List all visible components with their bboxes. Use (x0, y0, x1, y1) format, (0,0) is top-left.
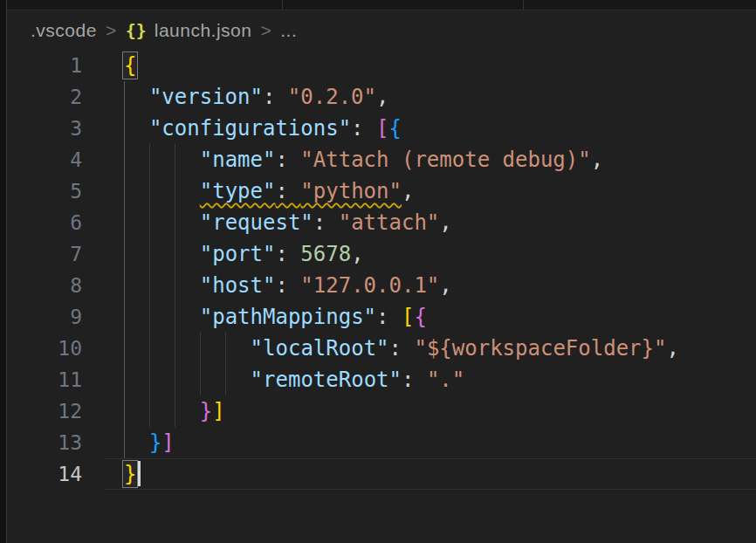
code-token: , (402, 179, 414, 203)
tab-bar (0, 0, 756, 10)
code-line[interactable]: 10"localRoot": "${workspaceFolder}", (0, 333, 756, 364)
indent-guide (175, 333, 175, 364)
code-token: "host" (200, 273, 276, 298)
code-token: 5678 (300, 242, 351, 266)
code-token: : (313, 210, 339, 235)
code-token: { (388, 116, 401, 141)
code-line[interactable]: 8"host": "127.0.0.1", (0, 270, 756, 301)
code-token: : (351, 116, 376, 141)
indent-guide (124, 175, 125, 207)
indent-guide (149, 270, 150, 301)
breadcrumb-folder[interactable]: .vscode (31, 20, 97, 41)
indent-guide (149, 207, 150, 238)
code-token: "python" (300, 179, 402, 203)
indent-guide (175, 175, 175, 207)
indent-guide (124, 81, 125, 113)
indent-guide (200, 333, 201, 364)
breadcrumb: .vscode > {} launch.json > ... (0, 10, 756, 50)
line-number[interactable]: 4 (0, 144, 82, 175)
code-text: "host": "127.0.0.1", (200, 270, 452, 301)
chevron-right-icon: > (260, 20, 271, 41)
line-number[interactable]: 10 (0, 333, 82, 364)
code-text: "pathMappings": [{ (200, 301, 427, 333)
text-cursor (138, 461, 141, 486)
indent-guide (175, 144, 175, 175)
current-line-highlight (104, 458, 756, 490)
code-token: "localRoot" (251, 336, 389, 361)
line-number[interactable]: 1 (0, 50, 82, 81)
line-number[interactable]: 12 (0, 395, 82, 427)
code-token: , (439, 210, 451, 235)
indent-guide (149, 175, 150, 207)
code-line[interactable]: 14} (0, 458, 756, 490)
code-token: : (275, 242, 300, 266)
line-number[interactable]: 2 (0, 81, 82, 113)
indent-guide (124, 301, 125, 333)
code-line[interactable]: 5"type": "python", (0, 175, 756, 207)
code-token: "pathMappings" (200, 305, 376, 329)
indent-guide (225, 333, 226, 364)
indent-guide (124, 270, 125, 301)
code-token: "port" (200, 242, 276, 266)
line-number[interactable]: 3 (0, 113, 82, 144)
code-line[interactable]: 12}] (0, 395, 756, 427)
code-token: "127.0.0.1" (300, 273, 439, 298)
line-number[interactable]: 8 (0, 270, 82, 301)
code-text: { (124, 50, 136, 81)
code-token: , (376, 85, 388, 109)
code-text: "type": "python", (200, 175, 415, 207)
code-line[interactable]: 11"remoteRoot": "." (0, 364, 756, 395)
code-token: [ (402, 305, 414, 329)
line-number[interactable]: 14 (0, 458, 82, 490)
code-line[interactable]: 2"version": "0.2.0", (0, 81, 756, 113)
matched-bracket: { (124, 53, 136, 78)
line-number[interactable]: 7 (0, 238, 82, 270)
code-token: ] (162, 430, 174, 455)
code-text: }] (200, 395, 225, 427)
indent-guide (124, 395, 125, 427)
indent-guide (175, 207, 175, 238)
code-line[interactable]: 7"port": 5678, (0, 238, 756, 270)
code-line[interactable]: 6"request": "attach", (0, 207, 756, 238)
tab-divider (282, 0, 283, 10)
line-number[interactable]: 9 (0, 301, 82, 333)
indent-guide (175, 238, 175, 270)
code-token: : (402, 368, 427, 392)
code-token: "attach" (339, 210, 440, 235)
code-text: "request": "attach", (200, 207, 452, 238)
indent-guide (149, 395, 150, 427)
indent-guide (124, 238, 125, 270)
code-text: "remoteRoot": "." (251, 364, 465, 395)
indent-guide (124, 207, 125, 238)
line-number[interactable]: 5 (0, 175, 82, 207)
breadcrumb-symbol-more[interactable]: ... (280, 20, 297, 41)
indent-guide (124, 144, 125, 175)
line-number[interactable]: 13 (0, 427, 82, 458)
code-line[interactable]: 4"name": "Attach (remote debug)", (0, 144, 756, 175)
code-line[interactable]: 13}] (0, 427, 756, 458)
indent-guide (124, 113, 125, 144)
vscode-editor-window: .vscode > {} launch.json > ... 1{2"versi… (0, 0, 756, 543)
code-token: } (200, 399, 212, 423)
code-line[interactable]: 1{ (0, 50, 756, 81)
breadcrumb-file[interactable]: launch.json (155, 20, 252, 41)
code-token: : (389, 336, 415, 361)
code-text: "port": 5678, (200, 238, 364, 270)
indent-guide (149, 364, 150, 395)
code-line[interactable]: 3"configurations": [{ (0, 113, 756, 144)
indent-guide (175, 270, 175, 301)
code-token: } (149, 430, 162, 455)
code-token: ] (212, 399, 224, 423)
chevron-right-icon: > (106, 20, 117, 41)
indent-guide (200, 364, 201, 395)
indent-guide (124, 427, 125, 458)
code-token: "request" (200, 210, 313, 235)
code-area[interactable]: 1{2"version": "0.2.0",3"configurations":… (0, 50, 756, 490)
code-line[interactable]: 9"pathMappings": [{ (0, 301, 756, 333)
indent-guide (124, 333, 125, 364)
line-number[interactable]: 11 (0, 364, 82, 395)
code-token: : (275, 273, 300, 298)
code-token: "Attach (remote debug)" (300, 148, 590, 172)
line-number[interactable]: 6 (0, 207, 82, 238)
code-token: { (414, 305, 426, 329)
